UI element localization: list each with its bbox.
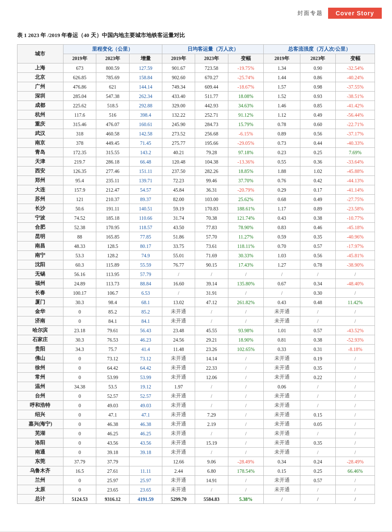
table-cell: 0.43 bbox=[264, 213, 300, 223]
table-cell: 13.02 bbox=[162, 298, 195, 307]
table-cell: 188.61% bbox=[228, 204, 264, 213]
table-cell: 金华 bbox=[17, 307, 63, 316]
table-row: 宁波74.52185.18110.6631.7470.38121.74%0.43… bbox=[17, 213, 375, 223]
table-cell: / bbox=[336, 401, 375, 410]
table-cell: 45.84 bbox=[162, 185, 195, 195]
table-cell: 洛阳 bbox=[17, 438, 63, 448]
table-cell: 143.2 bbox=[129, 148, 162, 157]
table-cell: 1.46 bbox=[264, 101, 300, 110]
table-cell: 34.38 bbox=[63, 382, 96, 391]
table-cell: 0.35 bbox=[300, 438, 335, 448]
table-cell: / bbox=[336, 288, 375, 298]
cover-story-badge: Cover Story bbox=[328, 8, 382, 19]
table-cell: 118.57 bbox=[129, 223, 162, 232]
table-cell: 0.78 bbox=[264, 120, 300, 129]
daily-2019: 2019年 bbox=[162, 54, 195, 63]
table-cell: 0.86 bbox=[300, 73, 335, 82]
table-cell: 56.43 bbox=[129, 326, 162, 335]
table-cell: / bbox=[228, 429, 264, 438]
table-cell: 未开通 bbox=[162, 448, 195, 457]
table-cell: 121 bbox=[63, 195, 96, 204]
table-cell: 50.6 bbox=[63, 204, 96, 213]
table-cell: / bbox=[300, 316, 335, 326]
table-cell: 济南 bbox=[17, 316, 63, 326]
col-group-header-row: 城市 里程变化（公里） 日均客运量（万人次） 总客流强度（万人次/公里） bbox=[17, 45, 375, 54]
table-cell: 6.80 bbox=[195, 466, 228, 476]
table-cell: -41.14% bbox=[336, 185, 375, 195]
table-cell: / bbox=[336, 429, 375, 438]
table-cell: 39.18 bbox=[129, 448, 162, 457]
table-cell: 0 bbox=[63, 354, 96, 363]
table-cell: 43.56 bbox=[129, 438, 162, 448]
table-cell: / bbox=[300, 270, 335, 279]
table-row: 合肥52.38170.95118.5743.5077.8378.90%0.830… bbox=[17, 223, 375, 232]
table-cell: 30.3 bbox=[63, 298, 96, 307]
table-cell: 未开通 bbox=[264, 363, 300, 373]
table-row: 南通039.1839.18未开通//未开通// bbox=[17, 448, 375, 457]
table-cell: 1.12 bbox=[264, 110, 300, 120]
table-cell: 135.80% bbox=[228, 279, 264, 288]
table-cell: 66.48 bbox=[129, 157, 162, 167]
table-cell: / bbox=[300, 429, 335, 438]
table-cell: 22.33 bbox=[195, 363, 228, 373]
table-cell: 24.56 bbox=[162, 335, 195, 345]
table-cell: 未开通 bbox=[264, 391, 300, 401]
table-cell: / bbox=[300, 391, 335, 401]
table-cell: 99.46 bbox=[195, 176, 228, 185]
table-cell: 378 bbox=[63, 138, 96, 148]
table-cell: -41.42% bbox=[336, 101, 375, 110]
table-cell: 未开通 bbox=[264, 373, 300, 382]
table-cell: 185.18 bbox=[96, 213, 129, 223]
table-cell: 2.44 bbox=[162, 466, 195, 476]
table-cell: 292.88 bbox=[129, 101, 162, 110]
table-cell: 0.36 bbox=[300, 157, 335, 167]
table-cell: 0.48 bbox=[300, 298, 335, 307]
table-cell: 未开通 bbox=[162, 476, 195, 485]
table-cell: 0.43 bbox=[264, 298, 300, 307]
table-cell: -6.15% bbox=[228, 129, 264, 138]
table-cell: / bbox=[264, 270, 300, 279]
table-cell: 45.55 bbox=[195, 326, 228, 335]
table-cell: 合肥 bbox=[17, 223, 63, 232]
table-cell: / bbox=[336, 363, 375, 373]
table-row: 广州476.86621144.14749.34609.44-18.67%1.57… bbox=[17, 82, 375, 92]
table-cell: 46.25 bbox=[96, 429, 129, 438]
table-cell: 178.54% bbox=[228, 466, 264, 476]
table-cell: 46.25 bbox=[129, 429, 162, 438]
table-cell: 0.57 bbox=[300, 326, 335, 335]
table-cell: -10.77% bbox=[336, 213, 375, 223]
table-cell: 12.06 bbox=[195, 373, 228, 382]
table-cell: 158.84 bbox=[129, 73, 162, 82]
table-cell: / bbox=[228, 354, 264, 363]
table-cell: 未开通 bbox=[264, 316, 300, 326]
table-cell: 210.37 bbox=[96, 195, 129, 204]
table-cell: 未开通 bbox=[162, 354, 195, 363]
table-cell: -40.24% bbox=[336, 73, 375, 82]
table-row: 绍兴047.147.1未开通7.29/未开通0.15/ bbox=[17, 410, 375, 420]
table-cell: / bbox=[195, 448, 228, 457]
table-cell: 71.45 bbox=[129, 138, 162, 148]
table-cell: / bbox=[228, 307, 264, 316]
table-cell: 0.15 bbox=[264, 466, 300, 476]
table-cell: 未开通 bbox=[264, 485, 300, 495]
table-row: 深圳285.04547.38262.34433.40511.7718.08%1.… bbox=[17, 92, 375, 101]
table-cell: 0.70 bbox=[264, 242, 300, 251]
table-cell: 57.79 bbox=[129, 270, 162, 279]
table-row: 兰州025.9725.97未开通14.91/未开通0.57/ bbox=[17, 476, 375, 485]
table-cell: 901.67 bbox=[162, 63, 195, 73]
table-cell: 256.68 bbox=[195, 129, 228, 138]
table-cell: 16.5 bbox=[63, 466, 96, 476]
table-cell: 南京 bbox=[17, 138, 63, 148]
table-cell: 0.46 bbox=[300, 223, 335, 232]
table-cell: / bbox=[336, 495, 375, 504]
table-cell: 56.16 bbox=[63, 270, 96, 279]
table-cell: 79.61 bbox=[96, 326, 129, 335]
table-cell: 518.5 bbox=[96, 101, 129, 110]
table-cell: / bbox=[300, 448, 335, 457]
table-cell: 9.06 bbox=[195, 457, 228, 466]
table-cell: 0.56 bbox=[300, 129, 335, 138]
table-cell: 24.89 bbox=[63, 279, 96, 288]
table-cell: 广州 bbox=[17, 82, 63, 92]
table-cell: 未开通 bbox=[264, 429, 300, 438]
table-cell: -28.49% bbox=[336, 457, 375, 466]
